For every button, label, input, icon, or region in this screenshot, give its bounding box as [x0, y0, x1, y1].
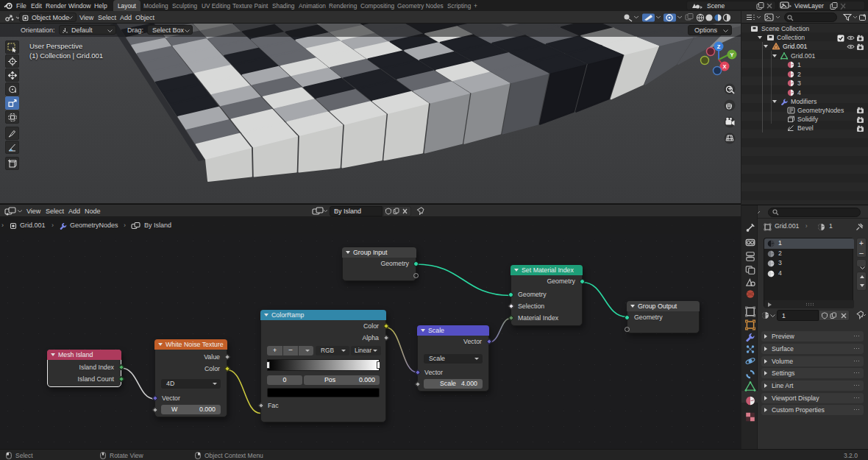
svg-text:X: X: [722, 63, 726, 70]
svg-text:Z: Z: [717, 43, 721, 50]
svg-text:Y: Y: [730, 52, 733, 58]
